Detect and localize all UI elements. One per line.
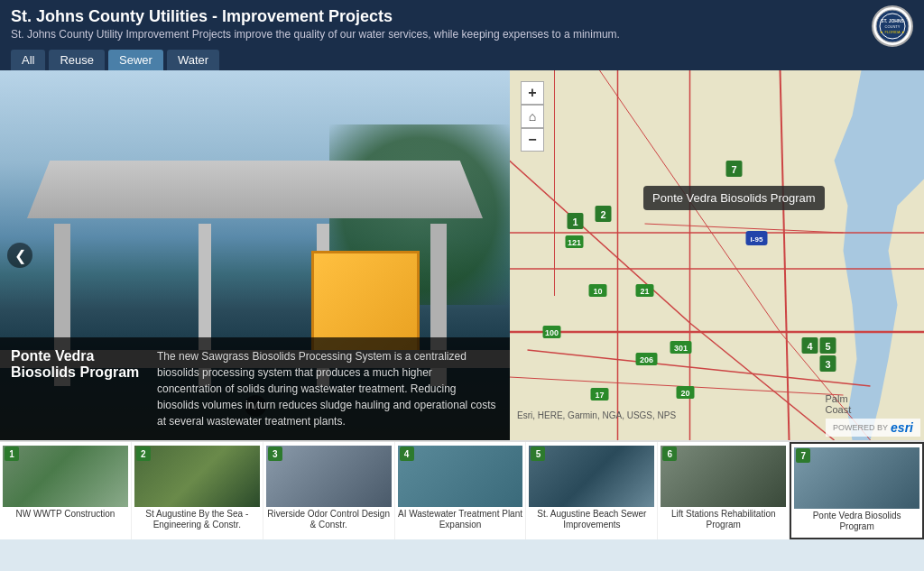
- map-svg: 121 100 10 21 17 206 20 I-95 1 2 7 4: [510, 70, 924, 440]
- thumb-image-5: [529, 446, 654, 507]
- thumbnail-strip: 1NW WWTP Construction2St Augustine By th…: [0, 440, 924, 539]
- tab-all[interactable]: All: [11, 50, 45, 70]
- svg-text:121: 121: [568, 238, 581, 247]
- thumb-label-6: Lift Stations Rehabilitation Program: [661, 509, 786, 530]
- thumb-number-6: 6: [662, 447, 677, 461]
- page-title: St. Johns County Utilities - Improvement…: [11, 7, 913, 26]
- thumb-image-7: [794, 447, 919, 509]
- main-content: ❮ ∨ Ponte Vedra Biosolids Program The ne…: [0, 70, 924, 440]
- svg-text:ST. JOHNS: ST. JOHNS: [881, 18, 905, 23]
- svg-text:1: 1: [572, 216, 578, 227]
- thumb-label-2: St Augustine By the Sea - Engineering & …: [134, 509, 260, 530]
- thumb-number-5: 5: [531, 447, 545, 461]
- map-tooltip: Ponte Vedra Biosolids Program: [643, 186, 825, 210]
- thumbnail-item-3[interactable]: 3Riverside Odor Control Design & Constr.: [263, 442, 395, 539]
- thumb-number-2: 2: [136, 447, 151, 461]
- thumbnail-item-1[interactable]: 1NW WWTP Construction: [0, 442, 132, 539]
- svg-text:10: 10: [593, 287, 602, 296]
- thumb-number-7: 7: [796, 448, 810, 463]
- thumb-label-7: Ponte Vedra Biosolids Program: [794, 511, 919, 532]
- svg-text:206: 206: [640, 355, 653, 364]
- svg-text:Coast: Coast: [826, 404, 852, 415]
- thumb-number-3: 3: [268, 447, 282, 461]
- map-attribution: Esri, HERE, Garmin, NGA, USGS, NPS: [517, 410, 676, 420]
- svg-text:5: 5: [825, 341, 830, 352]
- thumbnail-item-6[interactable]: 6Lift Stations Rehabilitation Program: [658, 442, 790, 539]
- svg-text:100: 100: [545, 328, 559, 337]
- svg-text:7: 7: [731, 164, 736, 175]
- slide-overlay: Ponte Vedra Biosolids Program The new Sa…: [0, 337, 510, 440]
- tab-water[interactable]: Water: [167, 50, 219, 70]
- thumb-image-2: [134, 446, 260, 507]
- thumb-image-3: [266, 446, 392, 507]
- thumbnail-item-5[interactable]: 5St. Augustine Beach Sewer Improvements: [526, 442, 658, 539]
- tab-sewer[interactable]: Sewer: [108, 50, 163, 70]
- zoom-out-button[interactable]: −: [521, 128, 544, 152]
- slide-title: Ponte Vedra Biosolids Program: [11, 348, 146, 429]
- svg-text:I-95: I-95: [751, 235, 763, 244]
- thumbnail-item-7[interactable]: 7Ponte Vedra Biosolids Program: [790, 442, 924, 539]
- thumb-image-1: [3, 446, 128, 507]
- county-logo: ST. JOHNS COUNTY ★ FLORIDA ★: [872, 5, 913, 47]
- thumb-label-3: Riverside Odor Control Design & Constr.: [266, 509, 392, 530]
- thumb-image-6: [661, 446, 786, 507]
- slide-description: The new Sawgrass Biosolids Processing Sy…: [157, 348, 499, 429]
- thumb-number-4: 4: [400, 447, 414, 461]
- map-controls: + ⌂ −: [521, 81, 544, 152]
- svg-text:COUNTY: COUNTY: [885, 24, 901, 29]
- svg-text:2: 2: [600, 209, 605, 220]
- svg-text:301: 301: [674, 344, 688, 353]
- tab-reuse[interactable]: Reuse: [49, 50, 105, 70]
- esri-logo: POWERED BY esri: [826, 419, 920, 437]
- thumb-label-4: AI Wastewater Treatment Plant Expansion: [398, 509, 523, 530]
- prev-arrow-button[interactable]: ❮: [7, 243, 32, 268]
- page-header: St. Johns County Utilities - Improvement…: [0, 0, 924, 46]
- home-button[interactable]: ⌂: [521, 105, 544, 128]
- thumbnail-item-4[interactable]: 4AI Wastewater Treatment Plant Expansion: [395, 442, 527, 539]
- svg-text:4: 4: [807, 341, 813, 352]
- thumb-image-4: [398, 446, 523, 507]
- svg-text:★ FLORIDA ★: ★ FLORIDA ★: [880, 30, 904, 34]
- svg-text:20: 20: [680, 389, 689, 398]
- svg-text:Palm: Palm: [826, 393, 848, 404]
- svg-text:3: 3: [825, 359, 830, 370]
- thumbnail-item-2[interactable]: 2St Augustine By the Sea - Engineering &…: [132, 442, 263, 539]
- filter-tabs: All Reuse Sewer Water: [0, 46, 924, 70]
- image-viewer: ❮ ∨ Ponte Vedra Biosolids Program The ne…: [0, 70, 510, 440]
- page-subtitle: St. Johns County Utility Improvement Pro…: [11, 28, 913, 41]
- thumb-label-5: St. Augustine Beach Sewer Improvements: [529, 509, 654, 530]
- map-panel: 121 100 10 21 17 206 20 I-95 1 2 7 4: [510, 70, 924, 440]
- svg-text:17: 17: [595, 391, 604, 400]
- thumb-number-1: 1: [5, 447, 19, 461]
- thumb-label-1: NW WWTP Construction: [16, 509, 116, 520]
- svg-text:21: 21: [640, 287, 649, 296]
- zoom-in-button[interactable]: +: [521, 81, 544, 105]
